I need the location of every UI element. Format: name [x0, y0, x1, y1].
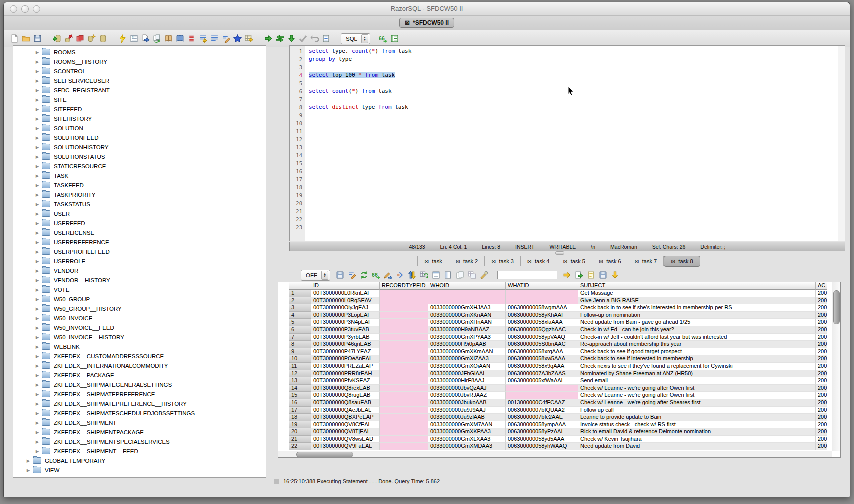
- table-cell[interactable]: 00T3000000Q8sauEAB: [312, 400, 380, 407]
- format-sql-icon[interactable]: [210, 34, 220, 44]
- tree-item-rooms[interactable]: ▶ROOMS: [14, 48, 266, 57]
- table-cell[interactable]: 00T3000000PfvKSEAZ: [312, 378, 380, 385]
- edit-sql-icon[interactable]: [222, 34, 231, 44]
- execute-forward-icon[interactable]: [264, 34, 274, 44]
- disclosure-triangle-icon[interactable]: ▶: [34, 230, 40, 236]
- tree-item-zkfedex__customaddresssource[interactable]: ▶ZKFEDEX__CUSTOMADDRESSSOURCE: [14, 352, 266, 361]
- table-cell[interactable]: 00T3000000PREZaEAP: [312, 363, 380, 370]
- table-cell[interactable]: [428, 290, 506, 298]
- table-row[interactable]: 1300T3000000PfvKSEAZ0033000000HirF8AAJ00…: [290, 378, 828, 385]
- rollback-undo-icon[interactable]: [310, 34, 320, 44]
- tree-item-zkfedex__shipment[interactable]: ▶ZKFEDEX__SHIPMENT: [14, 418, 266, 428]
- table-cell[interactable]: [380, 298, 428, 305]
- describe-table-icon[interactable]: [130, 34, 139, 44]
- table-row[interactable]: 1900T3000000QV8CfEAL0033000000GmXM7AAN00…: [290, 422, 828, 429]
- tree-item-solutionstatus[interactable]: ▶SOLUTIONSTATUS: [14, 152, 266, 162]
- disclosure-triangle-icon[interactable]: ▶: [34, 183, 40, 188]
- table-cell[interactable]: 006300000058yhWAAQ: [506, 443, 578, 450]
- table-cell[interactable]: [380, 326, 428, 334]
- table-row[interactable]: 300T3000000OiyJgEAJ0033000000GmXHJAA3006…: [290, 304, 828, 312]
- table-cell[interactable]: Check nexis to see if they've found a re…: [578, 363, 816, 370]
- disclosure-triangle-icon[interactable]: ▶: [34, 268, 40, 274]
- table-cell[interactable]: 200: [816, 407, 828, 414]
- table-row[interactable]: 1200T3000000PRR8rEAH0033000000JFhGlAAL00…: [290, 370, 828, 378]
- save-file-icon[interactable]: [33, 34, 42, 44]
- disclosure-triangle-icon[interactable]: ▶: [34, 316, 40, 321]
- table-cell[interactable]: 200: [816, 348, 828, 356]
- page-view-icon[interactable]: [444, 270, 453, 280]
- table-cell[interactable]: 006300000058x9qAAA: [506, 363, 578, 370]
- disconnect-database-icon[interactable]: [64, 34, 74, 44]
- tree-item-zkfedex__shipmatepreference[interactable]: ▶ZKFEDEX__SHIPMATEPREFERENCE: [14, 390, 266, 399]
- disclosure-triangle-icon[interactable]: ▶: [34, 373, 40, 378]
- table-cell[interactable]: 200: [816, 378, 828, 385]
- tree-item-task[interactable]: ▶TASK: [14, 171, 266, 180]
- column-header-SUBJECT[interactable]: SUBJECT: [578, 282, 816, 290]
- grid-horizontal-scrollbar[interactable]: [278, 451, 832, 458]
- close-tab-icon[interactable]: ⊠: [456, 258, 460, 264]
- table-cell[interactable]: [428, 298, 506, 305]
- table-cell[interactable]: Check w/ Leanne - we're going after Shea…: [578, 400, 816, 407]
- disclosure-triangle-icon[interactable]: ▶: [34, 382, 40, 388]
- table-cell[interactable]: 0033000000JbvQzAAJ: [428, 385, 506, 392]
- table-cell[interactable]: 200: [816, 392, 828, 400]
- result-tab-task-2[interactable]: ⊠task 2: [450, 256, 486, 266]
- table-cell[interactable]: Check w/ Kevin Tsujihara: [578, 436, 816, 444]
- tree-item-userpreference[interactable]: ▶USERPREFERENCE: [14, 238, 266, 247]
- generate-sql-icon[interactable]: [198, 34, 208, 44]
- tree-item-zkfedex__shipmentspecialservices[interactable]: ▶ZKFEDEX__SHIPMENTSPECIALSERVICES: [14, 437, 266, 446]
- open-file-icon[interactable]: [22, 34, 31, 44]
- table-cell[interactable]: 006300000058xw5AAA: [506, 356, 578, 363]
- disclosure-triangle-icon[interactable]: ▶: [34, 278, 40, 283]
- result-tab-task-5[interactable]: ⊠task 5: [556, 256, 592, 266]
- disclosure-triangle-icon[interactable]: ▶: [34, 420, 40, 426]
- table-cell[interactable]: 0033000000Ju9zlAAB: [428, 414, 506, 422]
- disclosure-triangle-icon[interactable]: ▶: [34, 174, 40, 178]
- tree-item-zkfedex__shipmategeneralsettings[interactable]: ▶ZKFEDEX__SHIPMATEGENERALSETTINGS: [14, 380, 266, 390]
- table-cell[interactable]: 0033000000GmXPYAA3: [428, 334, 506, 342]
- tree-item-sitefeed[interactable]: ▶SITEFEED: [14, 104, 266, 114]
- tree-item-sitehistory[interactable]: ▶SITEHISTORY: [14, 114, 266, 124]
- table-row[interactable]: 700T3000000P3yrbEAB0033000000GmXPYAA3006…: [290, 334, 828, 342]
- tree-item-userprofilefeed[interactable]: ▶USERPROFILEFEED: [14, 247, 266, 256]
- disclosure-triangle-icon[interactable]: ▶: [34, 78, 40, 84]
- tree-item-w50_invoice__feed[interactable]: ▶W50_INVOICE__FEED: [14, 323, 266, 332]
- tree-item-view[interactable]: ▶VIEW: [14, 466, 266, 475]
- table-cell[interactable]: [380, 370, 428, 378]
- table-cell[interactable]: 00630000005S0bnAAC: [506, 341, 578, 348]
- table-cell[interactable]: 200: [816, 363, 828, 370]
- table-cell[interactable]: 00T3000000QV8CfEAL: [312, 422, 380, 429]
- tree-item-weblink[interactable]: ▶WEBLINK: [14, 342, 266, 352]
- disclosure-triangle-icon[interactable]: ▶: [34, 145, 40, 150]
- table-row[interactable]: 2200T3000000QV9FaEAL0033000000GmXMDAA300…: [290, 443, 828, 450]
- table-cell[interactable]: 006300000058yKhAAI: [506, 312, 578, 320]
- database-object-icon[interactable]: [98, 34, 108, 44]
- tree-item-vendor[interactable]: ▶VENDOR: [14, 266, 266, 276]
- tree-item-taskstatus[interactable]: ▶TASKSTATUS: [14, 200, 266, 209]
- tree-item-sfdc_registrant[interactable]: ▶SFDC_REGISTRANT: [14, 86, 266, 95]
- grid-vertical-scrollbar[interactable]: [832, 282, 840, 452]
- tree-item-w50_invoice[interactable]: ▶W50_INVOICE: [14, 314, 266, 323]
- close-tab-icon[interactable]: ⊠: [671, 258, 676, 264]
- tree-item-zkfedex__internationalcommodity[interactable]: ▶ZKFEDEX__INTERNATIONALCOMMODITY: [14, 361, 266, 370]
- column-header-WHATID[interactable]: WHATID: [506, 282, 578, 290]
- copy-rows-icon[interactable]: [456, 270, 465, 280]
- table-cell[interactable]: [380, 443, 428, 450]
- splitter-handle[interactable]: [556, 252, 564, 255]
- disclosure-triangle-icon[interactable]: ▶: [34, 69, 40, 74]
- table-cell[interactable]: [380, 356, 428, 363]
- table-cell[interactable]: 00T3000000QV8wsEAD: [312, 436, 380, 444]
- save-results-icon[interactable]: [336, 270, 345, 280]
- document-yellow-icon[interactable]: [586, 270, 596, 280]
- format-lines-icon[interactable]: [348, 270, 357, 280]
- table-cell[interactable]: [380, 378, 428, 385]
- tree-item-zkfedex__shipmatepreference__history[interactable]: ▶ZKFEDEX__SHIPMATEPREFERENCE__HISTORY: [14, 399, 266, 408]
- table-cell[interactable]: 006300000058yPzAAI: [506, 428, 578, 436]
- result-tab-task-6[interactable]: ⊠task 6: [592, 256, 628, 266]
- disclosure-triangle-icon[interactable]: ▶: [34, 240, 40, 245]
- result-tab-task[interactable]: ⊠task: [418, 256, 449, 266]
- table-cell[interactable]: [380, 436, 428, 444]
- tree-item-site[interactable]: ▶SITE: [14, 95, 266, 104]
- sql-mode-select[interactable]: SQL▲▼: [341, 34, 370, 44]
- table-cell[interactable]: 0033000000GmXHJAA3: [428, 304, 506, 312]
